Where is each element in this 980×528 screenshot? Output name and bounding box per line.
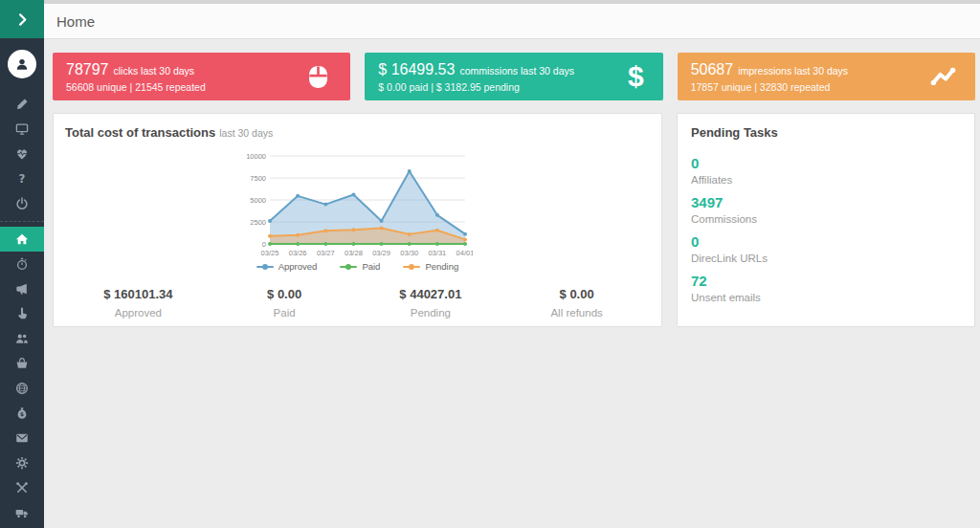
sidebar-item-edit[interactable] [0, 92, 44, 117]
chart-legend: ApprovedPaidPending [256, 261, 459, 272]
hand-pointer-icon [15, 307, 29, 320]
home-icon [15, 232, 29, 246]
commissions-detail: $ 0.00 paid | $ 3182.95 pending [378, 81, 574, 93]
mouse-icon [305, 64, 331, 90]
impressions-caption: impressions last 30 days [738, 65, 848, 77]
summary-approved-label: Approved [65, 307, 212, 319]
task-affiliates-label: Affiliates [691, 174, 961, 186]
topbar: Home [44, 0, 980, 39]
legend-pending: Pending [403, 261, 458, 272]
task-commissions-value[interactable]: 3497 [691, 194, 961, 210]
svg-text:03/26: 03/26 [288, 249, 306, 257]
pending-tasks-panel: Pending Tasks 0 Affiliates 3497 Commissi… [677, 113, 975, 327]
dollar-icon: $ [628, 62, 644, 91]
summary-refunds-label: All refunds [503, 307, 650, 319]
chevron-right-icon [15, 12, 30, 27]
svg-text:04/01: 04/01 [456, 249, 472, 257]
summary-paid-value: $ 0.00 [212, 287, 358, 301]
legend-marker-icon [403, 263, 420, 271]
power-icon [15, 197, 29, 210]
svg-text:2500: 2500 [250, 218, 266, 227]
svg-text:?: ? [19, 172, 26, 186]
task-unsent-emails-value[interactable]: 72 [691, 273, 961, 289]
commissions-value: $ 16499.53 [378, 61, 455, 78]
sidebar-item-pointer[interactable] [0, 301, 44, 326]
task-direclink-urls-value[interactable]: 0 [691, 233, 961, 250]
svg-text:$: $ [20, 411, 24, 417]
summary-pending-value: $ 44027.01 [358, 287, 504, 301]
task-direclink-urls: 0 DirecLink URLs [691, 225, 961, 264]
trend-line-icon [930, 64, 956, 90]
user-icon [14, 56, 30, 72]
transactions-panel-subtitle: last 30 days [219, 127, 273, 139]
clicks-detail: 56608 unique | 21545 repeated [66, 81, 206, 93]
sidebar: ?$ [0, 0, 44, 528]
sidebar-item-settings[interactable] [0, 451, 44, 475]
transactions-panel-header: Total cost of transactionslast 30 days [65, 123, 650, 141]
user-avatar-circle [8, 50, 36, 78]
money-bag-icon: $ [15, 407, 29, 420]
users-icon [15, 332, 29, 345]
sidebar-item-help[interactable]: ? [0, 166, 44, 191]
question-icon: ? [15, 172, 29, 186]
svg-text:03/31: 03/31 [428, 249, 446, 257]
svg-text:7500: 7500 [250, 174, 266, 183]
tools-icon [15, 481, 29, 495]
impressions-card[interactable]: 50687 impressions last 30 days 17857 uni… [678, 53, 975, 100]
envelope-icon [15, 431, 29, 445]
task-unsent-emails-label: Unsent emails [691, 292, 961, 303]
sidebar-item-user-avatar[interactable] [0, 44, 44, 84]
sidebar-divider [0, 221, 44, 222]
megaphone-icon [15, 282, 29, 296]
legend-marker-icon [340, 263, 357, 271]
clicks-value: 78797 [66, 61, 109, 78]
sidebar-item-monitor[interactable] [0, 117, 44, 142]
sidebar-item-announcements[interactable] [0, 276, 44, 301]
sidebar-item-globe[interactable] [0, 376, 44, 401]
commissions-card[interactable]: $ 16499.53 commissions last 30 days $ 0.… [365, 53, 662, 100]
sidebar-item-delivery[interactable] [0, 500, 44, 525]
page-title: Home [56, 13, 95, 30]
svg-text:10000: 10000 [246, 152, 266, 161]
summary-pending: $ 44027.01 Pending [358, 287, 504, 319]
impressions-value: 50687 [691, 61, 734, 78]
basket-icon [15, 357, 29, 370]
task-direclink-urls-label: DirecLink URLs [691, 253, 961, 264]
sidebar-toggle-button[interactable] [0, 0, 44, 38]
heartbeat-icon [15, 147, 29, 161]
transactions-panel-title: Total cost of transactions [65, 125, 215, 140]
summary-paid: $ 0.00 Paid [212, 287, 358, 319]
monitor-icon [15, 122, 29, 136]
sidebar-item-tools[interactable] [0, 475, 44, 500]
sidebar-item-payouts[interactable]: $ [0, 401, 44, 426]
stat-cards-row: 78797 clicks last 30 days 56608 unique |… [53, 53, 975, 100]
summary-approved-value: $ 160101.34 [65, 287, 212, 301]
legend-approved: Approved [256, 261, 318, 272]
sidebar-item-affiliates[interactable] [0, 326, 44, 351]
commissions-caption: commissions last 30 days [459, 65, 574, 77]
task-affiliates: 0 Affiliates [691, 146, 961, 186]
legend-marker-icon [256, 263, 274, 271]
sidebar-item-basket[interactable] [0, 351, 44, 376]
task-affiliates-value[interactable]: 0 [691, 155, 961, 171]
sidebar-item-timer[interactable] [0, 252, 44, 276]
sidebar-item-power[interactable] [0, 191, 44, 216]
impressions-detail: 17857 unique | 32830 repeated [691, 81, 848, 93]
transactions-summary: $ 160101.34 Approved $ 0.00 Paid $ 44027… [65, 287, 650, 319]
legend-label: Pending [425, 261, 458, 272]
svg-text:03/29: 03/29 [372, 249, 390, 257]
sidebar-menu: ?$ [0, 38, 44, 525]
svg-text:03/25: 03/25 [260, 249, 278, 257]
sidebar-item-health[interactable] [0, 142, 44, 166]
clicks-caption: clicks last 30 days [114, 65, 195, 77]
pending-tasks-list: 0 Affiliates 3497 Commissions 0 DirecLin… [691, 146, 961, 303]
truck-icon [15, 506, 29, 519]
content: 78797 clicks last 30 days 56608 unique |… [44, 39, 980, 528]
dashboard-page: ?$ Home 78797 clicks last 30 days 56608 … [0, 0, 980, 528]
sidebar-item-home[interactable] [0, 227, 44, 252]
clicks-card[interactable]: 78797 clicks last 30 days 56608 unique |… [53, 53, 350, 100]
sidebar-item-mail[interactable] [0, 426, 44, 451]
commissions-card-text: $ 16499.53 commissions last 30 days $ 0.… [378, 61, 574, 93]
task-commissions: 3497 Commissions [691, 186, 961, 225]
pencil-icon [15, 98, 29, 111]
